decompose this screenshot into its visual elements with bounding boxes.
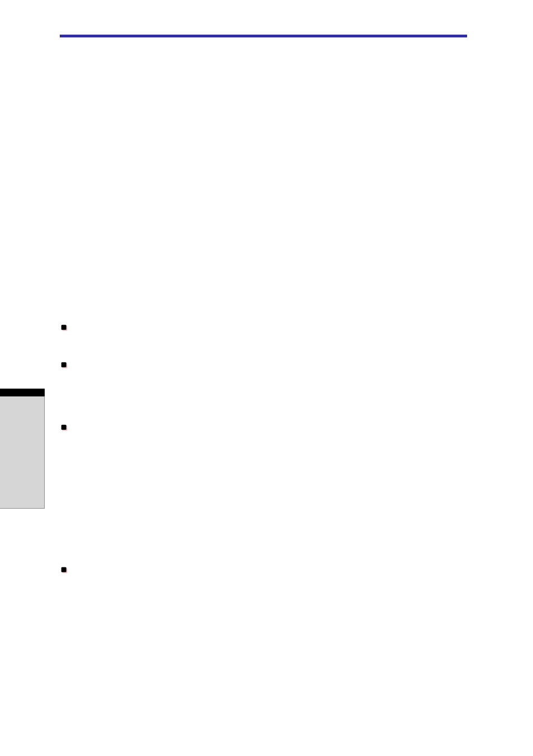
svg-rect-7 (61, 567, 66, 572)
svg-rect-5 (61, 425, 66, 430)
svg-rect-3 (61, 362, 66, 367)
header-rule (60, 35, 467, 37)
sidebar-panel (0, 396, 45, 509)
svg-rect-1 (61, 325, 66, 330)
sidebar-tab (0, 389, 45, 396)
checkbox-bullet-icon (61, 324, 68, 331)
checkbox-bullet-icon (61, 424, 68, 431)
checkbox-bullet-icon (61, 362, 68, 369)
checkbox-bullet-icon (61, 567, 68, 573)
